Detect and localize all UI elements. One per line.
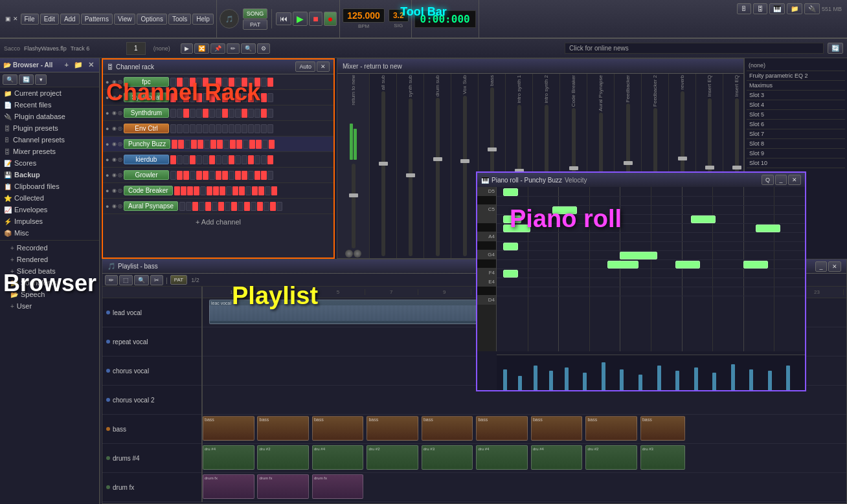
pattern-number[interactable]: 1	[126, 42, 146, 55]
pl-tool-zoom[interactable]: 🔍	[134, 275, 149, 285]
pad[interactable]	[205, 202, 211, 211]
block-drums-1[interactable]: dru #4	[203, 445, 254, 470]
pad[interactable]	[177, 171, 183, 180]
block-drums-9[interactable]: dru #3	[640, 445, 686, 470]
tb2-btn4[interactable]: ✏	[227, 43, 240, 54]
menu-add[interactable]: Add	[60, 14, 80, 25]
pattern-mode-button[interactable]: PAT	[243, 19, 268, 30]
pad[interactable]	[235, 124, 241, 133]
pad[interactable]	[177, 109, 183, 118]
pad[interactable]	[177, 78, 183, 87]
pad[interactable]	[254, 109, 260, 118]
channel-pan[interactable]: ◎	[118, 79, 122, 85]
channel-name-growler[interactable]: Growler	[124, 170, 169, 180]
pad[interactable]	[267, 93, 273, 102]
block-drums-6[interactable]: dru #4	[476, 445, 528, 470]
browser-close-btn[interactable]: ✕	[86, 60, 96, 70]
track-label-bass[interactable]: bass	[102, 415, 201, 444]
browser-item-plugin-presets[interactable]: 🎛 Plugin presets	[0, 122, 99, 134]
pad[interactable]	[170, 78, 176, 87]
pad[interactable]	[185, 140, 190, 149]
playlist-minimize-btn[interactable]: _	[815, 261, 827, 272]
note-d5[interactable]	[503, 188, 519, 196]
menu-options[interactable]: Options	[137, 14, 166, 25]
pad[interactable]	[229, 171, 234, 180]
pad[interactable]	[242, 124, 247, 133]
block-drumfx-1[interactable]: drum fx	[203, 474, 254, 499]
piano-key-c5[interactable]: C5	[477, 205, 496, 214]
pad[interactable]	[181, 186, 186, 195]
pad[interactable]	[261, 124, 267, 133]
pad[interactable]	[170, 93, 176, 102]
channel-pan[interactable]: ◎	[118, 94, 122, 100]
pad[interactable]	[222, 78, 228, 87]
piano-key-fs4[interactable]	[477, 259, 496, 268]
note-e4[interactable]	[607, 261, 638, 268]
logo-button[interactable]: 🎵	[220, 9, 239, 28]
note-b4-2[interactable]	[691, 215, 716, 223]
pad[interactable]	[244, 202, 250, 211]
vel-bar[interactable]	[694, 367, 698, 390]
pad[interactable]	[254, 124, 260, 133]
browser-item-recent-files[interactable]: 📄 Recent files	[0, 99, 99, 111]
pad[interactable]	[179, 202, 185, 211]
browser-item-speech[interactable]: 📂 Speech	[0, 289, 99, 300]
pad[interactable]	[203, 171, 209, 180]
vel-bar[interactable]	[620, 369, 624, 390]
pr-minimize-btn[interactable]: _	[775, 175, 787, 185]
channel-pan[interactable]: ◎	[118, 141, 122, 147]
vel-bar[interactable]	[534, 366, 537, 390]
fader-handle[interactable]	[624, 161, 633, 165]
pad[interactable]	[248, 109, 254, 118]
pad[interactable]	[216, 155, 221, 164]
browser-item-backup[interactable]: 💾 Backup	[0, 169, 99, 181]
vel-bar[interactable]	[518, 376, 522, 390]
block-drums-4[interactable]: dru #2	[367, 445, 418, 470]
fx-slot-5[interactable]: Slot 6	[747, 120, 845, 129]
pad[interactable]	[207, 186, 212, 195]
mute-dot[interactable]: ●	[106, 203, 111, 210]
fx-slot-0[interactable]: Fruity parametric EQ 2	[747, 71, 845, 81]
mute-dot[interactable]: ●	[106, 157, 111, 163]
pad[interactable]	[187, 186, 193, 195]
piano-key-b4[interactable]	[477, 214, 496, 223]
fx-slot-4[interactable]: Slot 5	[747, 110, 845, 120]
track-label-lead-vocal[interactable]: lead vocal	[102, 298, 201, 327]
fader-handle[interactable]	[569, 166, 578, 170]
mute-dot[interactable]: ●	[106, 94, 111, 101]
block-drums-7[interactable]: dru #4	[531, 445, 583, 470]
channel-pan[interactable]: ◎	[118, 126, 122, 131]
pad[interactable]	[270, 202, 276, 211]
mute-dot[interactable]: ●	[106, 79, 111, 85]
pad[interactable]	[245, 186, 251, 195]
pad[interactable]	[183, 78, 189, 87]
browser-item-misc[interactable]: 📦 Misc	[0, 227, 99, 239]
piano-key-e4[interactable]: E4	[477, 278, 496, 287]
piano-key-as4[interactable]	[477, 223, 496, 232]
pl-pat-mode[interactable]: PAT	[170, 275, 187, 285]
pad[interactable]	[174, 186, 180, 195]
pad[interactable]	[203, 78, 209, 87]
channel-name-env-ctrl[interactable]: Env Ctrl	[124, 124, 169, 133]
block-bass-7[interactable]: bass	[531, 416, 583, 441]
block-drums-3[interactable]: dru #4	[312, 445, 364, 470]
master-knob-1[interactable]	[345, 250, 353, 257]
pad[interactable]	[265, 186, 271, 195]
menu-tools[interactable]: Tools	[168, 14, 191, 25]
pad[interactable]	[242, 93, 247, 102]
pad[interactable]	[229, 109, 234, 118]
channel-name-synthdrum[interactable]: Synthdrum	[124, 108, 169, 118]
browser-item-current-project[interactable]: 📁 Current project	[0, 87, 99, 99]
channel-name-kierdub[interactable]: kierdub	[124, 155, 169, 164]
fx-slot-6[interactable]: Slot 7	[747, 129, 845, 139]
browser-item-envelopes[interactable]: 📈 Envelopes	[0, 204, 99, 215]
note-g4-2[interactable]	[756, 225, 780, 232]
tb2-btn1[interactable]: ▶	[181, 43, 193, 54]
note-a4[interactable]	[503, 225, 531, 232]
pad[interactable]	[254, 171, 260, 180]
pad[interactable]	[229, 93, 234, 102]
piano-key-d5[interactable]: D5	[477, 187, 496, 196]
pad[interactable]	[243, 140, 249, 149]
mute-dot[interactable]: ●	[106, 126, 111, 132]
pad[interactable]	[199, 202, 205, 211]
